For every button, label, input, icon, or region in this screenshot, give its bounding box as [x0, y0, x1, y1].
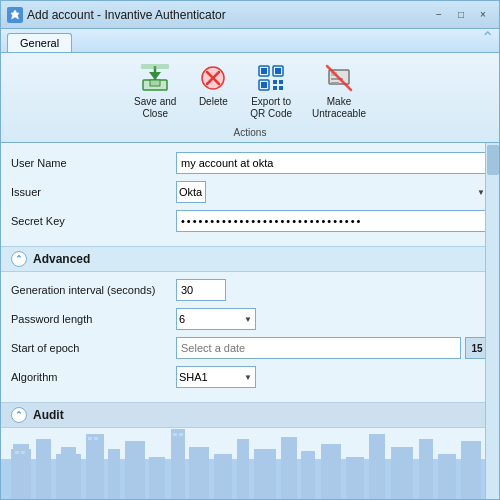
- main-form: User Name Issuer Okta Secret Key: [1, 143, 499, 246]
- svg-rect-37: [301, 451, 315, 499]
- username-row: User Name: [11, 151, 489, 175]
- algorithm-label: Algorithm: [11, 371, 176, 383]
- username-label: User Name: [11, 157, 176, 169]
- svg-rect-41: [391, 447, 413, 499]
- algorithm-row: Algorithm SHA1: [11, 365, 489, 389]
- scroll-up-icon[interactable]: ⌃: [481, 28, 494, 47]
- restore-button[interactable]: □: [451, 6, 471, 24]
- svg-rect-50: [173, 433, 177, 436]
- close-button[interactable]: ×: [473, 6, 493, 24]
- issuer-row: Issuer Okta: [11, 180, 489, 204]
- svg-rect-44: [461, 441, 481, 499]
- svg-rect-22: [11, 449, 31, 499]
- ribbon-group-label: Actions: [230, 127, 271, 138]
- svg-rect-33: [214, 454, 232, 499]
- advanced-header[interactable]: ⌃ Advanced: [1, 246, 499, 272]
- generation-interval-input[interactable]: [176, 279, 226, 301]
- password-length-label: Password length: [11, 313, 176, 325]
- svg-rect-30: [149, 457, 165, 499]
- generation-interval-row: Generation interval (seconds): [11, 278, 489, 302]
- delete-button[interactable]: Delete: [187, 57, 239, 125]
- minimize-button[interactable]: −: [429, 6, 449, 24]
- save-close-button[interactable]: Save andClose: [125, 57, 185, 125]
- save-close-icon: [139, 62, 171, 94]
- ribbon: Save andClose Delete: [1, 53, 499, 143]
- svg-rect-46: [15, 451, 19, 454]
- svg-rect-43: [438, 454, 456, 499]
- svg-rect-23: [13, 444, 29, 452]
- algorithm-select[interactable]: SHA1: [176, 366, 256, 388]
- svg-rect-1: [150, 80, 160, 86]
- svg-rect-15: [279, 86, 283, 90]
- tab-bar: General ⌃: [1, 29, 499, 53]
- svg-rect-7: [261, 68, 267, 74]
- advanced-form: Generation interval (seconds) Password l…: [1, 272, 499, 402]
- svg-rect-2: [141, 64, 169, 69]
- save-close-label: Save andClose: [134, 96, 176, 120]
- secret-key-input[interactable]: [176, 210, 489, 232]
- title-bar-controls: − □ ×: [429, 6, 493, 24]
- svg-rect-51: [179, 433, 183, 436]
- scrollbar[interactable]: [485, 143, 499, 499]
- svg-rect-28: [108, 449, 120, 499]
- export-qr-button[interactable]: Export toQR Code: [241, 57, 301, 125]
- advanced-section: ⌃ Advanced Generation interval (seconds)…: [1, 246, 499, 402]
- secret-key-row: Secret Key: [11, 209, 489, 233]
- svg-rect-19: [331, 82, 339, 84]
- main-window: Add account - Invantive Authenticator − …: [0, 0, 500, 500]
- export-qr-icon: [255, 62, 287, 94]
- svg-rect-38: [321, 444, 341, 499]
- svg-rect-9: [275, 68, 281, 74]
- advanced-collapse-icon: ⌃: [11, 251, 27, 267]
- secret-key-label: Secret Key: [11, 215, 176, 227]
- svg-rect-31: [171, 429, 185, 499]
- svg-rect-40: [369, 434, 385, 499]
- svg-rect-47: [21, 451, 25, 454]
- epoch-label: Start of epoch: [11, 342, 176, 354]
- issuer-select-wrapper: Okta: [176, 181, 489, 203]
- svg-rect-32: [189, 447, 209, 499]
- issuer-label: Issuer: [11, 186, 176, 198]
- ribbon-actions-group: Save andClose Delete: [9, 57, 491, 138]
- epoch-date-row: 15: [176, 337, 489, 359]
- svg-rect-11: [261, 82, 267, 88]
- city-skyline-decoration: [1, 419, 499, 499]
- title-bar: Add account - Invantive Authenticator − …: [1, 1, 499, 29]
- epoch-row: Start of epoch 15: [11, 336, 489, 360]
- tab-general[interactable]: General: [7, 33, 72, 52]
- epoch-date-input[interactable]: [176, 337, 461, 359]
- make-untraceable-label: MakeUntraceable: [312, 96, 366, 120]
- svg-rect-24: [36, 439, 51, 499]
- make-untraceable-icon: [323, 62, 355, 94]
- export-qr-label: Export toQR Code: [250, 96, 292, 120]
- username-input[interactable]: [176, 152, 489, 174]
- svg-rect-42: [419, 439, 433, 499]
- password-length-select[interactable]: 6: [176, 308, 256, 330]
- svg-rect-36: [281, 437, 297, 499]
- generation-interval-label: Generation interval (seconds): [11, 284, 176, 296]
- svg-rect-48: [88, 437, 92, 440]
- svg-rect-27: [86, 434, 104, 499]
- app-icon: [7, 7, 23, 23]
- title-bar-left: Add account - Invantive Authenticator: [7, 7, 226, 23]
- svg-rect-49: [94, 437, 98, 440]
- delete-icon: [197, 62, 229, 94]
- delete-label: Delete: [199, 96, 228, 108]
- algorithm-select-wrapper: SHA1: [176, 366, 256, 388]
- svg-rect-25: [56, 454, 81, 499]
- svg-rect-29: [125, 441, 145, 499]
- advanced-title: Advanced: [33, 252, 90, 266]
- svg-rect-14: [273, 86, 277, 90]
- window-title: Add account - Invantive Authenticator: [27, 8, 226, 22]
- make-untraceable-button[interactable]: MakeUntraceable: [303, 57, 375, 125]
- issuer-select[interactable]: Okta: [176, 181, 206, 203]
- ribbon-buttons: Save andClose Delete: [125, 57, 375, 125]
- password-length-wrapper: 6: [176, 308, 256, 330]
- svg-rect-35: [254, 449, 276, 499]
- svg-rect-39: [346, 457, 364, 499]
- svg-rect-12: [273, 80, 277, 84]
- svg-rect-26: [61, 447, 76, 457]
- scrollbar-thumb[interactable]: [487, 145, 499, 175]
- svg-rect-34: [237, 439, 249, 499]
- svg-rect-13: [279, 80, 283, 84]
